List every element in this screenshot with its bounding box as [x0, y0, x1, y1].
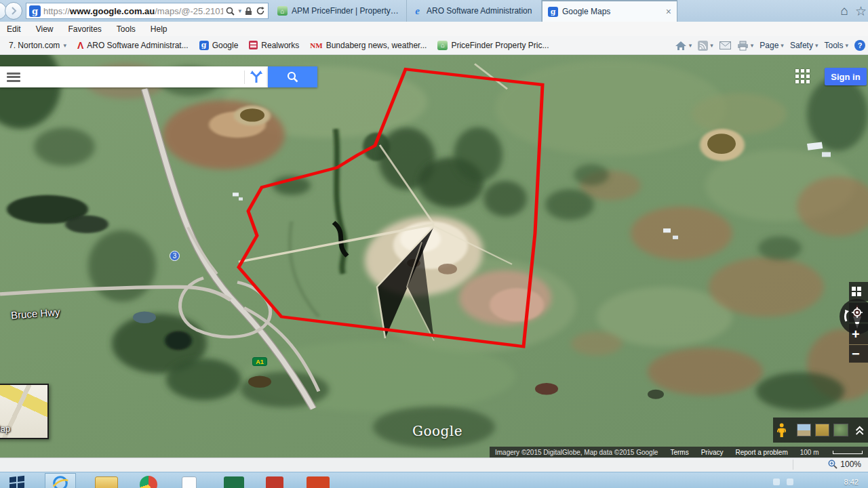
route-3-shield: 3	[170, 251, 180, 261]
feeds-button[interactable]: ▾	[698, 41, 713, 51]
tray-icon[interactable]	[787, 479, 793, 485]
menu-hamburger-icon[interactable]	[7, 73, 20, 82]
aro-icon: Λ	[77, 40, 83, 51]
imagery-credit: Imagery ©2015 DigitalGlobe, Map data ©20…	[495, 449, 658, 456]
browser-status-bar	[0, 458, 868, 472]
taskbar-document-button[interactable]	[182, 476, 197, 488]
imagery-thumbnail[interactable]	[815, 424, 829, 436]
chevron-down-icon: ▾	[710, 42, 713, 49]
favorite-aro-software[interactable]: Λ ARO Software Administrat...	[74, 38, 192, 53]
chevron-down-icon: ▾	[781, 42, 784, 49]
address-bar[interactable]: g https://www.google.com.au/maps/@-25.21…	[26, 3, 269, 19]
map-toggle-label: Map	[0, 424, 10, 434]
tab-label: APM PriceFinder | Property Pri...	[292, 6, 401, 16]
location-icon	[852, 307, 863, 318]
zoom-out-button[interactable]: −	[849, 345, 868, 363]
windows-taskbar	[0, 472, 868, 488]
divider	[793, 460, 793, 470]
google-icon: g	[199, 41, 209, 50]
home-icon[interactable]: ⌂	[840, 3, 848, 19]
grid-icon	[852, 287, 861, 296]
satellite-imagery[interactable]	[0, 55, 868, 458]
taskbar-ie-button[interactable]	[45, 473, 76, 488]
tab-apm-pricefinder[interactable]: ⌂ APM PriceFinder | Property Pri...	[272, 0, 407, 22]
nm-icon: NM	[310, 41, 322, 49]
favorite-label: ARO Software Administrat...	[87, 41, 188, 50]
safety-menu[interactable]: Safety▾	[790, 41, 818, 50]
favorites-star-icon[interactable]: ☆	[855, 3, 867, 19]
print-button[interactable]: ▾	[737, 41, 754, 51]
google-favicon: g	[29, 5, 41, 17]
read-mail-button[interactable]	[719, 41, 731, 49]
favorite-bundaberg-news[interactable]: NM Bundaberg news, weather...	[307, 39, 430, 52]
back-arrow-icon	[0, 7, 2, 15]
chevron-down-icon: ▾	[689, 42, 692, 49]
favorite-google[interactable]: g Google	[196, 39, 242, 52]
taskbar-red-app-button[interactable]	[266, 476, 283, 488]
favorite-label: Google	[212, 41, 239, 50]
menu-favorites[interactable]: Favorites	[68, 24, 101, 34]
directions-button[interactable]	[245, 70, 268, 85]
zoom-in-button[interactable]: +	[849, 324, 868, 344]
pegman-icon[interactable]	[777, 422, 786, 439]
lock-icon	[245, 7, 252, 16]
favorite-label: Bundaberg news, weather...	[326, 41, 427, 50]
directions-icon	[249, 70, 264, 85]
taskbar-powerpoint-button[interactable]	[307, 476, 330, 488]
favorite-realworks[interactable]: Realworks	[245, 39, 302, 52]
my-location-button[interactable]	[849, 303, 868, 322]
menu-view[interactable]: View	[36, 24, 54, 34]
pricefinder-favicon: ⌂	[277, 6, 288, 16]
tab-aro-software[interactable]: e ARO Software Administration	[407, 0, 542, 22]
chevron-down-icon: ▾	[815, 42, 818, 49]
page-zoom-control[interactable]: 100%	[828, 460, 861, 469]
taskbar-explorer-button[interactable]	[95, 476, 118, 488]
page-menu[interactable]: Page▾	[760, 41, 784, 50]
menu-help[interactable]: Help	[151, 24, 167, 34]
tray-icon[interactable]	[773, 479, 780, 485]
realworks-icon	[249, 41, 258, 49]
collapse-chevron-icon[interactable]	[855, 424, 864, 436]
search-icon[interactable]	[226, 7, 235, 16]
report-problem-link[interactable]: Report a problem	[735, 449, 787, 456]
map-viewport[interactable]: Sign in Bruce Hwy 3 A1 Map + −	[0, 55, 868, 458]
tab-label: Google Maps	[562, 7, 662, 16]
help-button[interactable]: ?	[854, 40, 865, 51]
maps-search-button[interactable]	[268, 66, 317, 87]
tab-google-maps[interactable]: g Google Maps ×	[542, 0, 677, 22]
home-page-button[interactable]: ▾	[675, 41, 692, 51]
search-icon	[287, 71, 298, 83]
close-tab-icon[interactable]: ×	[666, 6, 671, 17]
forward-button[interactable]	[5, 2, 22, 20]
pricefinder-icon: ⌂	[437, 41, 448, 50]
privacy-link[interactable]: Privacy	[701, 449, 724, 456]
forward-arrow-icon	[9, 7, 18, 15]
terms-link[interactable]: Terms	[670, 449, 688, 456]
tab-label: ARO Software Administration	[427, 6, 536, 16]
address-dropdown-icon[interactable]: ▾	[238, 7, 241, 14]
favorite-norton[interactable]: 7. Norton.com ▾	[5, 39, 70, 52]
menu-tools[interactable]: Tools	[117, 24, 136, 34]
menu-edit[interactable]: Edit	[7, 24, 21, 34]
sign-in-button[interactable]: Sign in	[825, 68, 867, 85]
chevron-down-icon: ▾	[845, 42, 848, 49]
zoom-magnifier-icon	[828, 460, 837, 469]
map-mode-toggle[interactable]: Map	[0, 384, 49, 439]
home-icon	[675, 41, 687, 51]
google-apps-grid-icon[interactable]	[795, 69, 810, 83]
tools-menu[interactable]: Tools▾	[824, 41, 848, 50]
scale-bar	[833, 451, 863, 454]
url-text[interactable]: https://www.google.com.au/maps/@-25.2101…	[43, 6, 223, 16]
favorite-pricefinder[interactable]: ⌂ PriceFinder Property Pric...	[434, 39, 552, 52]
ie-favicon: e	[412, 5, 422, 17]
imagery-thumbnail[interactable]	[833, 424, 848, 436]
taskbar-clock[interactable]: 8:42	[844, 478, 859, 486]
start-button[interactable]	[9, 476, 24, 488]
refresh-icon[interactable]	[256, 6, 265, 16]
zoom-level-label: 100%	[840, 460, 861, 469]
maps-search-input[interactable]	[27, 66, 244, 87]
imagery-options-button[interactable]	[849, 282, 868, 301]
taskbar-excel-button[interactable]	[224, 476, 244, 488]
route-a1-shield: A1	[252, 357, 267, 366]
imagery-thumbnail[interactable]	[797, 424, 811, 436]
